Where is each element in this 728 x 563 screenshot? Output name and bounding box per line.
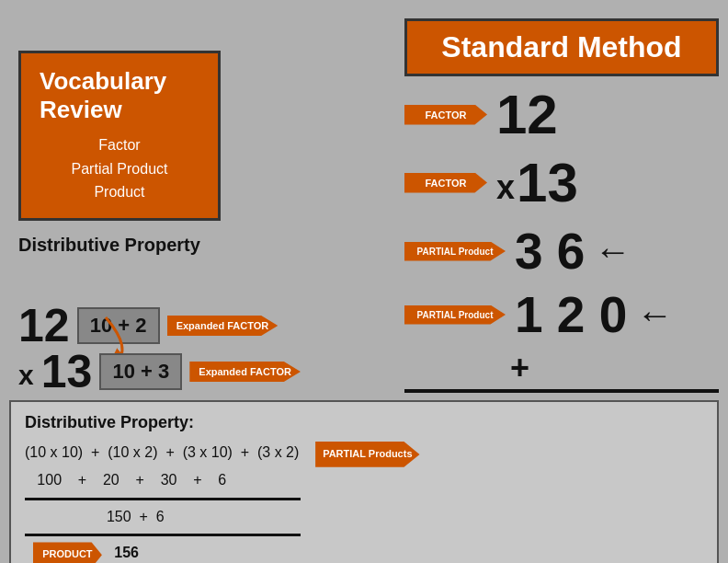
partial1-label: PARTIAL Product: [404, 242, 506, 261]
partial2-label: PARTIAL Product: [404, 305, 506, 325]
vocab-item-partial-product: Partial Product: [40, 157, 199, 181]
factor2-value: 13: [517, 151, 578, 214]
left-arrow-1: ←: [594, 231, 631, 272]
dist-line4: PRODUCT 156: [25, 540, 703, 563]
factor2-row: FACTOR x 13: [404, 151, 719, 214]
partial1-value: 3 6: [515, 222, 585, 281]
factor1-label: FACTOR: [404, 105, 487, 125]
factor1-row: FACTOR 12: [404, 83, 719, 146]
partial-products-label: PARTIAL Products: [315, 442, 419, 467]
partial2-value: 1 2 0: [515, 285, 627, 344]
dist-line1: (10 x 10) + (10 x 2) + (3 x 10) + (3 x 2…: [25, 440, 703, 467]
factor13-row: x 13 10 + 3 Expanded FACTOR: [18, 345, 301, 398]
dist-line2: 100 + 20 + 30 + 6: [25, 467, 703, 494]
vocab-item-factor: Factor: [40, 133, 199, 157]
vocab-title: Vocabulary Review: [40, 67, 199, 124]
partial1-row: PARTIAL Product 3 6 ←: [404, 222, 719, 281]
factor13-expanded-box: 10 + 3: [99, 353, 182, 390]
factor13-prefix: x: [18, 360, 34, 398]
factor1-value: 12: [496, 83, 558, 146]
distributive-property-label: Distributive Property: [18, 235, 200, 256]
standard-method-title: Standard Method: [441, 30, 681, 63]
dist-product-label: PRODUCT: [33, 542, 102, 563]
standard-method-header: Standard Method: [404, 18, 719, 76]
factor12-expanded-label: Expanded FACTOR: [167, 316, 279, 336]
underline: [404, 389, 719, 393]
dist-underline2: [25, 534, 301, 536]
dist-equation: (10 x 10) + (10 x 2) + (3 x 10) + (3 x 2…: [25, 440, 703, 563]
vocab-items: Factor Partial Product Product: [40, 133, 199, 204]
factor13-num: 13: [41, 345, 93, 398]
left-arrow-2: ←: [636, 294, 673, 336]
dist-underline: [25, 498, 301, 500]
factor2-prefix: x: [496, 168, 515, 214]
plus-sign: +: [510, 349, 719, 387]
partial2-row: PARTIAL Product 1 2 0 ←: [404, 285, 719, 344]
vocab-item-product: Product: [40, 180, 199, 204]
factor13-expanded-label: Expanded FACTOR: [189, 362, 301, 382]
dist-line3: 150 + 6: [25, 504, 703, 531]
factor2-label: FACTOR: [404, 173, 487, 193]
dist-box-title: Distributive Property:: [25, 413, 703, 432]
dist-property-box: Distributive Property: (10 x 10) + (10 x…: [9, 400, 719, 563]
vocabulary-review-box: Vocabulary Review Factor Partial Product…: [18, 51, 221, 221]
